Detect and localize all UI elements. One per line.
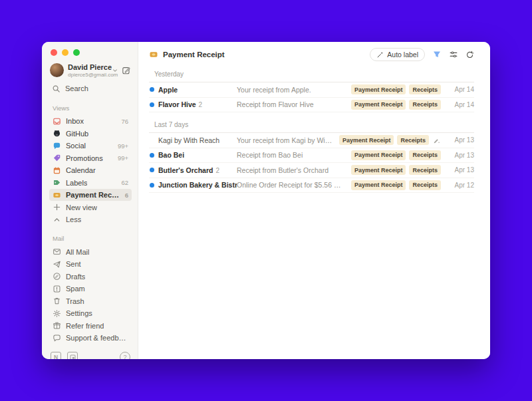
email-tags: Payment Receipt Receipts <box>351 150 441 160</box>
unread-dot-col <box>149 87 158 92</box>
label-icon <box>53 178 61 187</box>
main-panel: Payment Receipt Auto label Yesterday App… <box>138 42 490 359</box>
item-label: New view <box>66 203 97 211</box>
tag-payment-receipt[interactable]: Payment Receipt <box>351 180 406 190</box>
item-count: 76 <box>121 118 128 125</box>
header-actions: Auto label <box>370 48 474 61</box>
calendar-app-icon[interactable] <box>67 352 78 359</box>
unread-dot-icon <box>150 87 154 92</box>
auto-label-button[interactable]: Auto label <box>370 48 425 61</box>
chevron-up-icon <box>53 215 61 224</box>
zoom-window-button[interactable] <box>73 49 80 56</box>
tag-payment-receipt[interactable]: Payment Receipt <box>351 165 406 175</box>
help-button[interactable]: ? <box>120 352 130 359</box>
user-name: David Pierce <box>68 63 108 72</box>
tag-payment-receipt[interactable]: Payment Receipt <box>351 84 406 94</box>
email-sender: Apple <box>158 86 178 94</box>
calendar-icon <box>53 166 61 175</box>
user-meta: David Pierce dpierce5@gmail.com <box>68 63 108 78</box>
collapse-less-button[interactable]: Less <box>49 213 132 226</box>
item-label: Calendar <box>66 166 96 174</box>
search-label: Search <box>65 84 88 92</box>
envelope-icon <box>53 247 61 256</box>
search-button[interactable]: Search <box>49 82 132 95</box>
email-row-kagi[interactable]: Kagi by With Reach Your receipt from Kag… <box>149 133 474 148</box>
sidebar-item-calendar[interactable]: Calendar <box>49 164 132 177</box>
tag-receipts[interactable]: Receipts <box>409 100 441 110</box>
auto-label-label: Auto label <box>387 51 418 59</box>
views-list: Inbox 76 GitHub Social 99+ Promotions 99… <box>49 115 132 226</box>
email-row-apple[interactable]: Apple Your receipt from Apple. Payment R… <box>149 82 474 98</box>
unread-dot-icon <box>150 183 154 188</box>
refer-friend-button[interactable]: Refer friend <box>49 319 132 332</box>
sidebar-item-trash[interactable]: Trash <box>49 295 132 307</box>
close-window-button[interactable] <box>51 49 57 56</box>
unread-dot-col <box>149 168 158 172</box>
email-snippet: Receipt from Bao Bei <box>237 151 351 159</box>
email-row-bao-bei[interactable]: Bao Bei Receipt from Bao Bei Payment Rec… <box>149 148 474 164</box>
search-icon <box>52 84 61 93</box>
email-snippet: Receipt from Butler's Orchard <box>237 166 351 174</box>
sidebar-item-payment-receipt[interactable]: Payment Receipt 6 <box>49 189 132 201</box>
tag-receipts[interactable]: Receipts <box>409 150 441 160</box>
notion-app-icon[interactable]: N <box>51 352 61 359</box>
user-email: dpierce5@gmail.com <box>68 72 108 78</box>
tag-receipts[interactable]: Receipts <box>409 165 441 175</box>
mail-list: All Mail Sent Drafts Spam Trash <box>49 245 132 307</box>
sidebar-item-social[interactable]: Social 99+ <box>49 140 132 152</box>
thread-count: 2 <box>215 167 219 174</box>
sidebar-item-all-mail[interactable]: All Mail <box>49 245 132 258</box>
views-section-label: Views <box>49 104 132 112</box>
item-label: Payment Receipt <box>66 191 120 199</box>
email-tags: Payment Receipt Receipts <box>351 165 441 175</box>
tag-receipts[interactable]: Receipts <box>409 180 441 190</box>
sidebar-footer: Settings Refer friend Support & feedback… <box>49 307 132 359</box>
email-tags: Payment Receipt Receipts <box>351 84 441 94</box>
refresh-button[interactable] <box>466 51 474 59</box>
gear-icon <box>53 309 61 318</box>
tag-payment-receipt[interactable]: Payment Receipt <box>351 100 406 110</box>
email-row-flavor-hive[interactable]: Flavor Hive2 Receipt from Flavor Hive Pa… <box>149 98 474 113</box>
email-tags: Payment Receipt Receipts <box>351 180 441 190</box>
item-label: All Mail <box>66 248 89 256</box>
email-row-junction-bakery[interactable]: Junction Bakery & Bistro … Online Order … <box>149 178 474 194</box>
tag-receipts[interactable]: Receipts <box>397 135 429 145</box>
compose-button[interactable] <box>122 66 131 75</box>
filter-lines-button[interactable] <box>449 50 458 59</box>
settings-button[interactable]: Settings <box>49 307 132 320</box>
item-label: Inbox <box>66 117 84 125</box>
sidebar-item-sent[interactable]: Sent <box>49 258 132 271</box>
email-date: Apr 13 <box>446 152 474 159</box>
tag-receipts[interactable]: Receipts <box>409 84 441 94</box>
payment-card-icon <box>53 191 61 200</box>
unread-dot-col <box>149 183 158 188</box>
minimize-window-button[interactable] <box>62 49 68 56</box>
chat-outline-icon <box>53 334 61 342</box>
spam-icon <box>53 285 61 293</box>
sidebar-item-inbox[interactable]: Inbox 76 <box>49 115 132 128</box>
chat-bubble-icon <box>53 142 61 150</box>
account-switcher[interactable]: David Pierce dpierce5@gmail.com <box>50 63 131 78</box>
email-snippet: Receipt from Flavor Hive <box>237 100 351 108</box>
sidebar-item-spam[interactable]: Spam <box>49 283 132 295</box>
payment-card-icon <box>149 50 158 59</box>
promotions-tag-icon <box>53 154 61 162</box>
email-date: Apr 13 <box>446 136 474 144</box>
tag-payment-receipt[interactable]: Payment Receipt <box>339 135 394 145</box>
sidebar-item-promotions[interactable]: Promotions 99+ <box>49 152 132 164</box>
email-row-butlers-orchard[interactable]: Butler's Orchard2 Receipt from Butler's … <box>149 163 474 178</box>
filter-funnel-button[interactable] <box>432 50 442 59</box>
item-count: 6 <box>125 192 128 199</box>
item-label: Promotions <box>66 154 103 162</box>
support-feedback-button[interactable]: Support & feedback <box>49 332 132 344</box>
item-label: GitHub <box>66 130 88 138</box>
email-date: Apr 14 <box>446 101 474 108</box>
new-view-button[interactable]: New view <box>49 201 132 213</box>
sidebar-item-labels[interactable]: Labels 62 <box>49 176 132 189</box>
pen-signature-icon <box>433 136 441 144</box>
email-sender: Butler's Orchard <box>158 166 213 174</box>
group-header: Last 7 days <box>149 112 474 133</box>
tag-payment-receipt[interactable]: Payment Receipt <box>351 150 406 160</box>
sidebar-item-github[interactable]: GitHub <box>49 127 132 140</box>
sidebar-item-drafts[interactable]: Drafts <box>49 270 132 283</box>
